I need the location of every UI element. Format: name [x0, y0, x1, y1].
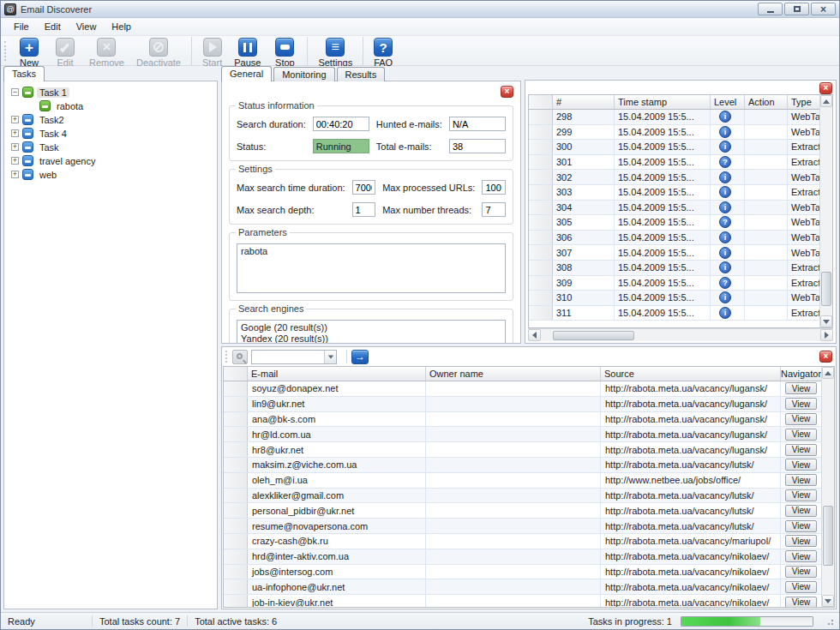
max-search-depth-field[interactable] [352, 202, 376, 217]
view-button[interactable]: View [785, 550, 817, 562]
detail-tab[interactable]: General [221, 66, 272, 81]
email-vertical-scrollbar[interactable] [821, 367, 834, 607]
search-engine-item[interactable]: Google (20 result(s)) [241, 322, 501, 333]
detail-tab[interactable]: Monitoring [273, 67, 334, 81]
view-button[interactable]: View [785, 566, 817, 578]
close-button[interactable] [811, 3, 836, 15]
view-button[interactable]: View [785, 489, 817, 501]
view-button[interactable]: View [785, 382, 817, 394]
log-row[interactable]: 310 15.04.2009 15:5... WebTask [529, 291, 819, 306]
log-row[interactable]: 306 15.04.2009 15:5... WebTask [529, 231, 819, 246]
toolbar-button[interactable]: Edit [47, 37, 83, 68]
col-num[interactable]: # [553, 95, 615, 110]
search-engine-item[interactable]: Yandex (20 result(s)) [241, 333, 501, 344]
filter-combobox[interactable] [251, 350, 337, 364]
scroll-up-icon[interactable] [822, 367, 834, 379]
col-action[interactable]: Action [745, 95, 788, 110]
tab-tasks[interactable]: Tasks [3, 66, 45, 81]
log-hscroll-thumb[interactable] [553, 331, 634, 340]
email-row[interactable]: hr@ld.com.ua http://rabota.meta.ua/vacan… [224, 427, 821, 442]
log-horizontal-scrollbar[interactable] [528, 328, 833, 341]
log-row[interactable]: 300 15.04.2009 15:5... ExtractTask [529, 140, 819, 155]
email-row[interactable]: job-in-kiev@ukr.net http://rabota.meta.u… [224, 595, 821, 607]
scroll-left-icon[interactable] [528, 329, 541, 341]
tree-toggle[interactable] [11, 171, 19, 178]
log-row[interactable]: 309 15.04.2009 15:5... ExtractTask [529, 276, 819, 291]
email-row[interactable]: lin9@ukr.net http://rabota.meta.ua/vacan… [224, 397, 821, 412]
view-button[interactable]: View [785, 520, 817, 532]
scroll-right-icon[interactable] [820, 329, 833, 341]
general-panel-close-icon[interactable] [501, 86, 513, 98]
view-button[interactable]: View [785, 505, 817, 517]
log-vertical-scrollbar[interactable] [819, 95, 832, 327]
toolbar-button[interactable]: Deactivate [130, 37, 187, 68]
tree-item[interactable]: Task 4 [6, 127, 215, 140]
view-button[interactable]: View [785, 459, 817, 471]
toolbar-button[interactable]: Stop [267, 37, 303, 68]
log-vscroll-thumb[interactable] [821, 272, 831, 306]
hunted-emails-field[interactable] [449, 117, 506, 131]
email-row[interactable]: personal_pidbir@ukr.net http://rabota.me… [224, 503, 821, 519]
scroll-up-icon[interactable] [820, 95, 832, 107]
log-row[interactable]: 303 15.04.2009 15:5... ExtractTask [529, 185, 819, 201]
toolbar-button[interactable]: Pause [228, 37, 267, 68]
email-vscroll-thumb[interactable] [823, 506, 833, 566]
log-row[interactable]: 307 15.04.2009 15:5... WebTask [529, 245, 819, 261]
results-panel-close-icon[interactable] [819, 351, 832, 363]
log-row[interactable]: 299 15.04.2009 15:5... WebTask [529, 125, 819, 141]
log-row[interactable]: 311 15.04.2009 15:5... ExtractTask [529, 306, 819, 321]
max-processed-urls-field[interactable] [482, 180, 506, 195]
search-button[interactable] [232, 350, 248, 364]
view-button[interactable]: View [785, 413, 817, 425]
view-button[interactable]: View [785, 444, 817, 456]
view-button[interactable]: View [785, 597, 817, 607]
view-button[interactable]: View [785, 535, 817, 547]
tree-toggle[interactable] [11, 129, 19, 137]
email-row[interactable]: oleh_m@i.ua http://www.netbee.ua/jobs/of… [224, 473, 821, 489]
toolbar-button[interactable]: Settings [307, 37, 358, 68]
tree-item[interactable]: Task 1 [6, 86, 215, 99]
col-type[interactable]: Type [788, 95, 819, 110]
tree-toggle[interactable] [11, 88, 19, 96]
menu-item[interactable]: View [69, 19, 105, 34]
search-duration-field[interactable] [313, 117, 369, 131]
tree-item[interactable]: Task [6, 141, 215, 153]
col-navigator[interactable]: Navigator [781, 367, 821, 381]
tree-toggle[interactable] [11, 116, 19, 123]
email-row[interactable]: ana@bk-s.com http://rabota.meta.ua/vacan… [224, 412, 821, 428]
email-row[interactable]: jobs@intersog.com http://rabota.meta.ua/… [224, 565, 821, 580]
tree-item[interactable]: travel agency [6, 154, 215, 167]
tree-item[interactable]: rabota [23, 99, 215, 112]
col-level[interactable]: Level [711, 95, 745, 110]
log-row[interactable]: 304 15.04.2009 15:5... WebTask [529, 201, 819, 216]
log-row[interactable]: 302 15.04.2009 15:5... WebTask [529, 170, 819, 185]
toolbar-button[interactable]: Start [191, 37, 228, 68]
col-timestamp[interactable]: Time stamp [615, 95, 711, 110]
tree-item[interactable]: web [6, 168, 215, 181]
log-row[interactable]: 305 15.04.2009 15:5... WebTask [529, 215, 819, 231]
max-search-time-field[interactable] [352, 180, 376, 195]
filter-input[interactable] [252, 351, 324, 363]
detail-tab[interactable]: Results [337, 67, 386, 81]
log-row[interactable]: 308 15.04.2009 15:5... ExtractTask [529, 261, 819, 276]
scroll-down-icon[interactable] [820, 315, 832, 327]
email-row[interactable]: ua-infophone@ukr.net http://rabota.meta.… [224, 579, 821, 595]
view-button[interactable]: View [785, 474, 817, 486]
search-engines-list[interactable]: Google (20 result(s))Yandex (20 result(s… [237, 320, 506, 344]
tree-toggle[interactable] [11, 157, 19, 165]
log-row[interactable]: 298 15.04.2009 15:5... WebTask [529, 110, 819, 125]
view-button[interactable]: View [785, 429, 817, 441]
menu-item[interactable]: Help [104, 19, 139, 34]
email-row[interactable]: crazy-cash@bk.ru http://rabota.meta.ua/v… [224, 534, 821, 549]
view-button[interactable]: View [785, 398, 817, 410]
resize-grip[interactable] [825, 617, 834, 626]
toolbar-button[interactable]: New [11, 37, 47, 68]
scroll-down-icon[interactable] [822, 595, 834, 607]
email-row[interactable]: alexkliker@gmail.com http://rabota.meta.… [224, 489, 821, 504]
toolbar-button[interactable]: FAQ [363, 37, 399, 68]
toolbar-button[interactable]: Remove [83, 37, 130, 68]
col-email[interactable]: E-mail [248, 367, 426, 381]
tree-toggle[interactable] [11, 143, 19, 151]
email-row[interactable]: maksim.z@viche.com.ua http://rabota.meta… [224, 458, 821, 473]
col-owner-name[interactable]: Owner name [426, 367, 601, 381]
